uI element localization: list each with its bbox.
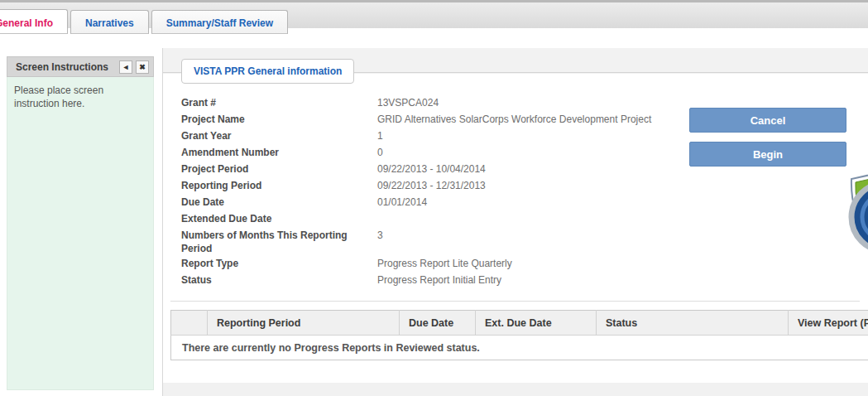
field-label: Report Type xyxy=(181,257,377,272)
field-value: 13VSPCA024 xyxy=(377,96,439,111)
field-extended-due-date: Extended Due Date xyxy=(181,211,868,228)
table-header-row: Reporting Period Due Date Ext. Due Date … xyxy=(171,311,868,336)
field-status: Status Progress Report Initial Entry xyxy=(181,273,868,289)
column-header-status: Status xyxy=(597,311,789,336)
field-value: GRID Alternatives SolarCorps Workforce D… xyxy=(377,113,651,128)
screen-instructions-text: Please place screen instruction here. xyxy=(7,77,154,390)
tab-narratives[interactable]: Narratives xyxy=(70,10,149,34)
field-value: 01/01/2014 xyxy=(377,196,427,210)
collapse-arrow-icon[interactable]: ◄ xyxy=(119,60,132,74)
field-value: 0 xyxy=(377,146,383,161)
field-label: Project Name xyxy=(181,113,377,128)
tab-general-info[interactable]: General Info xyxy=(0,9,68,34)
empty-message: There are currently no Progress Reports … xyxy=(171,336,868,360)
field-value: 1 xyxy=(377,129,383,144)
screen-instructions-title: Screen Instructions xyxy=(16,61,116,73)
close-icon[interactable]: ✖ xyxy=(136,60,149,74)
empty-message-row: There are currently no Progress Reports … xyxy=(171,336,868,360)
cancel-button[interactable]: Cancel xyxy=(689,108,846,133)
column-header-blank xyxy=(171,311,208,336)
field-value: 09/22/2013 - 12/31/2013 xyxy=(377,179,486,194)
field-due-date: Due Date 01/01/2014 xyxy=(181,195,868,211)
field-months-this-period: Numbers of Months This Reporting Period … xyxy=(181,228,868,256)
action-buttons: Cancel Begin xyxy=(689,108,846,176)
begin-button[interactable]: Begin xyxy=(689,142,846,167)
field-value: Progress Report Lite Quarterly xyxy=(377,257,512,272)
column-header-reporting-period: Reporting Period xyxy=(208,311,400,336)
field-label: Due Date xyxy=(181,196,377,210)
field-label: Grant Year xyxy=(181,129,377,144)
field-label: Grant # xyxy=(181,96,377,111)
field-label: Amendment Number xyxy=(181,146,377,161)
progress-reports-table: Reporting Period Due Date Ext. Due Date … xyxy=(170,310,868,360)
field-report-type: Report Type Progress Report Lite Quarter… xyxy=(181,256,868,273)
screen-instructions-header: Screen Instructions ◄ ✖ xyxy=(7,56,154,77)
vista-ppr-panel: VISTA PPR General information Grant # 13… xyxy=(162,48,868,396)
field-value: 09/22/2013 - 10/04/2014 xyxy=(377,162,486,177)
field-value: 3 xyxy=(377,229,383,255)
field-label: Project Period xyxy=(181,162,377,177)
section-divider xyxy=(170,301,860,302)
tab-strip: General Info Narratives Summary/Staff Re… xyxy=(0,2,868,28)
field-label: Status xyxy=(181,273,377,288)
screen-instructions-panel: Screen Instructions ◄ ✖ Please place scr… xyxy=(7,56,154,390)
panel-legend: VISTA PPR General information xyxy=(181,59,354,84)
tab-row: General Info Narratives Summary/Staff Re… xyxy=(0,10,290,34)
column-header-due-date: Due Date xyxy=(400,311,476,336)
tab-summary-staff-review[interactable]: Summary/Staff Review xyxy=(151,10,288,34)
field-label: Numbers of Months This Reporting Period xyxy=(181,229,377,255)
field-label: Reporting Period xyxy=(181,179,377,194)
field-label: Extended Due Date xyxy=(181,212,377,227)
shield-badge-logo xyxy=(845,170,868,254)
column-header-view-report: View Report (PDF) xyxy=(789,311,868,336)
field-reporting-period: Reporting Period 09/22/2013 - 12/31/2013 xyxy=(181,178,868,195)
field-value: Progress Report Initial Entry xyxy=(377,273,501,288)
column-header-ext-due-date: Ext. Due Date xyxy=(476,311,597,336)
